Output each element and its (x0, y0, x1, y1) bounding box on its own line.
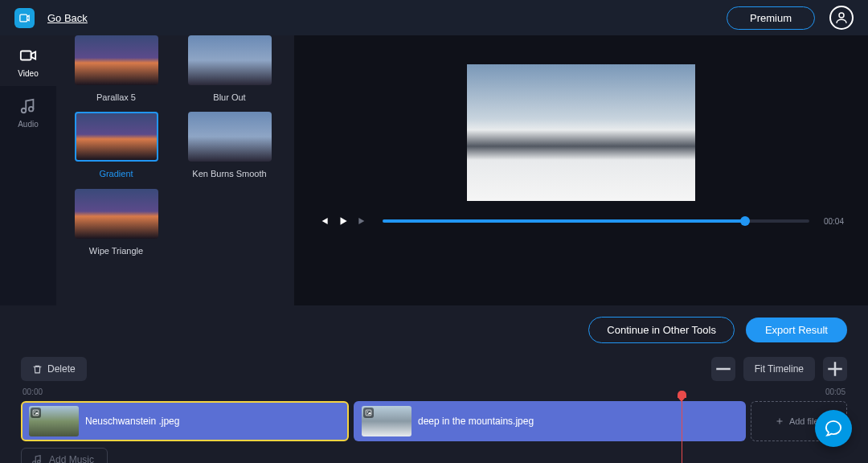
svg-rect-0 (20, 14, 27, 22)
music-icon (31, 454, 43, 463)
playhead[interactable] (682, 391, 682, 463)
ruler-start: 00:00 (23, 387, 43, 396)
trash-icon (32, 364, 43, 375)
tab-video-label: Video (18, 69, 38, 78)
timeline-area: Delete Fit Timeline 00:00 00:05 Neuschwa… (0, 354, 868, 463)
add-music-button[interactable]: Add Music (21, 448, 108, 463)
tab-video[interactable]: Video (0, 35, 56, 86)
ruler-end: 00:05 (825, 387, 845, 396)
continue-button[interactable]: Continue in Other Tools (588, 317, 735, 343)
fit-timeline-button[interactable]: Fit Timeline (743, 357, 815, 381)
prev-button[interactable] (318, 215, 330, 227)
actions-row: Continue in Other Tools Export Result (0, 305, 868, 354)
effect-thumb (188, 35, 272, 85)
video-icon (19, 47, 37, 64)
effect-label: Wipe Triangle (89, 245, 143, 257)
go-back-link[interactable]: Go Back (47, 12, 88, 24)
effect-label: Gradient (99, 168, 133, 180)
minus-icon (711, 357, 735, 381)
clip-1[interactable]: Neuschwanstein .jpeg (21, 401, 349, 441)
effect-blur-out[interactable]: Blur Out (181, 35, 278, 104)
clip-name: deep in the mountains.jpeg (418, 416, 534, 427)
svg-point-4 (29, 107, 33, 112)
svg-rect-2 (21, 51, 31, 60)
clip-thumb (29, 406, 79, 436)
skip-forward-icon (357, 215, 368, 227)
effect-label: Blur Out (213, 92, 245, 104)
effect-wipe-triangle[interactable]: Wipe Triangle (68, 189, 165, 257)
effects-panel: Parallax 5 Blur Out Gradient Ken Burns S… (56, 35, 289, 305)
effect-ken-burns-smooth[interactable]: Ken Burns Smooth (181, 112, 278, 180)
delete-button[interactable]: Delete (21, 357, 87, 381)
user-avatar[interactable] (829, 6, 854, 30)
playback-controls: 00:04 (310, 215, 852, 227)
user-icon (834, 10, 849, 25)
svg-point-3 (22, 109, 27, 113)
side-tabs: Video Audio (0, 35, 56, 305)
chat-icon (825, 420, 842, 437)
tracks: Neuschwanstein .jpeg deep in the mountai… (21, 401, 847, 463)
play-button[interactable] (338, 215, 349, 227)
plus-icon (775, 416, 784, 426)
delete-label: Delete (47, 363, 76, 375)
clip-name: Neuschwanstein .jpeg (85, 416, 179, 427)
chat-fab[interactable] (815, 410, 852, 447)
svg-rect-7 (366, 410, 371, 416)
clip-2[interactable]: deep in the mountains.jpeg (354, 401, 746, 441)
play-icon (338, 215, 349, 227)
effect-gradient[interactable]: Gradient (68, 112, 165, 180)
image-badge-icon (31, 408, 41, 418)
add-music-label: Add Music (49, 454, 94, 463)
plus-icon (823, 357, 847, 381)
image-badge-icon (363, 408, 374, 418)
tab-audio-label: Audio (18, 120, 39, 129)
svg-point-8 (367, 412, 369, 413)
premium-button[interactable]: Premium (727, 6, 815, 30)
audio-icon (19, 97, 37, 115)
clip-thumb (362, 406, 411, 436)
timeline-toolbar: Delete Fit Timeline (21, 357, 847, 381)
next-button[interactable] (357, 215, 368, 227)
effect-thumb (75, 112, 158, 162)
export-button[interactable]: Export Result (746, 318, 847, 342)
effect-thumb (75, 35, 158, 85)
effect-parallax-5[interactable]: Parallax 5 (68, 35, 165, 104)
time-label: 00:04 (824, 217, 844, 226)
app-logo (14, 8, 35, 28)
zoom-out-button[interactable] (711, 357, 735, 381)
progress-bar[interactable] (383, 219, 809, 223)
svg-point-10 (38, 461, 41, 463)
effect-label: Ken Burns Smooth (192, 168, 266, 180)
zoom-in-button[interactable] (823, 357, 847, 381)
main-area: Video Audio Parallax 5 Blur Out Gradient… (0, 35, 868, 305)
tab-audio[interactable]: Audio (0, 86, 56, 137)
effect-thumb (75, 189, 158, 239)
svg-point-1 (839, 13, 844, 18)
preview-video (467, 64, 695, 201)
effect-thumb (188, 112, 272, 162)
time-ruler: 00:00 00:05 (21, 387, 847, 396)
progress-thumb[interactable] (740, 216, 750, 226)
skip-back-icon (318, 215, 330, 227)
effect-label: Parallax 5 (96, 92, 136, 104)
video-track: Neuschwanstein .jpeg deep in the mountai… (21, 401, 847, 441)
svg-point-6 (35, 412, 36, 413)
preview-panel: 00:04 (294, 35, 868, 305)
top-bar: Go Back Premium (0, 0, 868, 35)
svg-rect-5 (33, 410, 39, 416)
